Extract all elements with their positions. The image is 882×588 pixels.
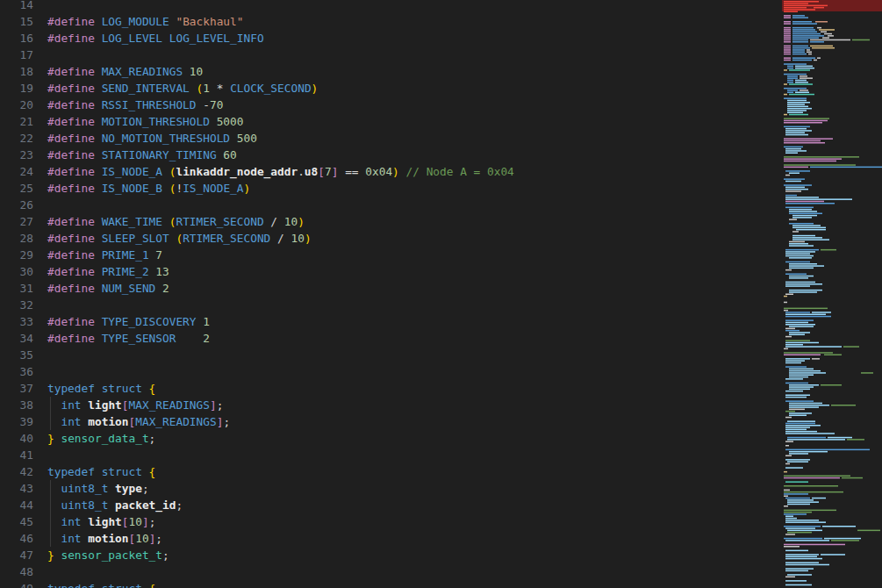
line-number[interactable]: 48 <box>0 563 47 580</box>
code-line[interactable]: #define MAX_READINGS 10 <box>47 63 768 80</box>
line-number[interactable]: 21 <box>0 113 47 130</box>
code-token <box>95 65 102 78</box>
code-line[interactable]: uint8_t type; <box>47 480 768 497</box>
line-number[interactable]: 16 <box>0 30 47 47</box>
code-line[interactable]: } sensor_packet_t; <box>47 547 768 563</box>
code-content[interactable]: #define LOG_MODULE "Backhaul"#define LOG… <box>47 0 768 588</box>
code-token: ; <box>142 482 149 495</box>
code-token: / <box>277 232 284 245</box>
line-number[interactable]: 36 <box>0 363 47 380</box>
code-line[interactable]: #define IS_NODE_A (linkaddr_node_addr.u8… <box>47 163 768 180</box>
code-line[interactable]: #define STATIONARY_TIMING 60 <box>47 147 768 163</box>
code-token: #define <box>47 265 95 278</box>
line-number[interactable]: 44 <box>0 497 47 513</box>
code-line[interactable]: #define NUM_SEND 2 <box>47 280 768 297</box>
line-number[interactable]: 33 <box>0 313 47 330</box>
line-number[interactable]: 24 <box>0 163 47 180</box>
code-line[interactable] <box>47 363 768 380</box>
line-number[interactable]: 42 <box>0 463 47 480</box>
code-line[interactable]: int light[10]; <box>47 513 768 530</box>
code-token <box>183 65 190 78</box>
code-line[interactable]: #define PRIME_1 7 <box>47 247 768 263</box>
line-number[interactable]: 15 <box>0 13 47 30</box>
line-number[interactable]: 30 <box>0 263 47 280</box>
line-number[interactable]: 26 <box>0 197 47 213</box>
indent-guide <box>50 397 51 413</box>
code-line[interactable]: #define PRIME_2 13 <box>47 263 768 280</box>
code-token: #define <box>47 32 95 45</box>
line-number[interactable]: 25 <box>0 180 47 197</box>
code-token <box>95 248 102 262</box>
code-line[interactable]: typedef struct { <box>47 380 768 397</box>
line-number[interactable]: 29 <box>0 247 47 263</box>
line-number[interactable]: 35 <box>0 347 47 363</box>
line-number-gutter[interactable]: 1415161718192021222324252627282930313233… <box>0 0 47 588</box>
code-line[interactable]: #define LOG_LEVEL LOG_LEVEL_INFO <box>47 30 768 47</box>
code-line[interactable]: #define SLEEP_SLOT (RTIMER_SECOND / 10) <box>47 230 768 247</box>
line-number[interactable]: 45 <box>0 513 47 530</box>
code-token: 7 <box>155 248 162 262</box>
code-token: motion <box>88 415 128 428</box>
code-line[interactable]: #define TYPE_SENSOR 2 <box>47 330 768 347</box>
minimap[interactable] <box>773 0 882 588</box>
code-line[interactable] <box>47 0 768 13</box>
code-line[interactable]: #define LOG_MODULE "Backhaul" <box>47 13 768 30</box>
code-line[interactable]: int light[MAX_READINGS]; <box>47 397 768 413</box>
line-number[interactable]: 18 <box>0 63 47 80</box>
line-number[interactable]: 19 <box>0 80 47 97</box>
code-token: MAX_READINGS <box>129 398 210 412</box>
line-number[interactable]: 28 <box>0 230 47 247</box>
code-token <box>95 315 102 328</box>
code-line[interactable]: typedef struct { <box>47 463 768 480</box>
line-number[interactable]: 32 <box>0 297 47 313</box>
line-number[interactable]: 14 <box>0 0 47 13</box>
code-token: 7 <box>325 165 332 178</box>
line-number[interactable]: 41 <box>0 447 47 463</box>
code-token: ; <box>162 549 169 562</box>
code-token <box>399 165 406 178</box>
line-number[interactable]: 40 <box>0 430 47 447</box>
code-line[interactable] <box>47 563 768 580</box>
code-line[interactable]: uint8_t packet_id; <box>47 497 768 513</box>
line-number[interactable]: 39 <box>0 413 47 430</box>
code-token: ; <box>149 432 156 445</box>
line-number[interactable]: 49 <box>0 580 47 588</box>
code-line[interactable] <box>47 447 768 463</box>
code-line[interactable]: #define WAKE_TIME (RTIMER_SECOND / 10) <box>47 213 768 230</box>
code-line[interactable] <box>47 297 768 313</box>
line-number[interactable]: 37 <box>0 380 47 397</box>
code-line[interactable]: int motion[MAX_READINGS]; <box>47 413 768 430</box>
code-line[interactable] <box>47 347 768 363</box>
code-token: - <box>203 98 210 111</box>
code-token: ; <box>155 532 162 545</box>
line-number[interactable]: 17 <box>0 47 47 63</box>
code-token: ) <box>392 165 399 178</box>
code-line[interactable]: } sensor_data_t; <box>47 430 768 447</box>
line-number[interactable]: 47 <box>0 547 47 563</box>
code-token: 10 <box>135 532 148 545</box>
line-number[interactable]: 34 <box>0 330 47 347</box>
line-number[interactable]: 20 <box>0 97 47 113</box>
line-number[interactable]: 46 <box>0 530 47 547</box>
line-number[interactable]: 31 <box>0 280 47 297</box>
line-number[interactable]: 27 <box>0 213 47 230</box>
code-line[interactable]: int motion[10]; <box>47 530 768 547</box>
code-line[interactable]: #define TYPE_DISCOVERY 1 <box>47 313 768 330</box>
code-token <box>210 115 217 128</box>
code-line[interactable]: #define RSSI_THRESHOLD -70 <box>47 97 768 113</box>
line-number[interactable]: 22 <box>0 130 47 147</box>
code-line[interactable]: #define NO_MOTION_THRESHOLD 500 <box>47 130 768 147</box>
code-line[interactable]: #define SEND_INTERVAL (1 * CLOCK_SECOND) <box>47 80 768 97</box>
code-line[interactable]: typedef struct { <box>47 580 768 588</box>
code-line[interactable] <box>47 197 768 213</box>
code-line[interactable]: #define MOTION_THRESHOLD 5000 <box>47 113 768 130</box>
code-token: 60 <box>223 148 236 161</box>
code-token: MOTION_THRESHOLD <box>102 115 210 128</box>
line-number[interactable]: 23 <box>0 147 47 163</box>
code-token <box>108 482 115 495</box>
code-line[interactable]: #define IS_NODE_B (!IS_NODE_A) <box>47 180 768 197</box>
code-token: LOG_MODULE <box>102 15 169 28</box>
line-number[interactable]: 38 <box>0 397 47 413</box>
line-number[interactable]: 43 <box>0 480 47 497</box>
code-line[interactable] <box>47 47 768 63</box>
